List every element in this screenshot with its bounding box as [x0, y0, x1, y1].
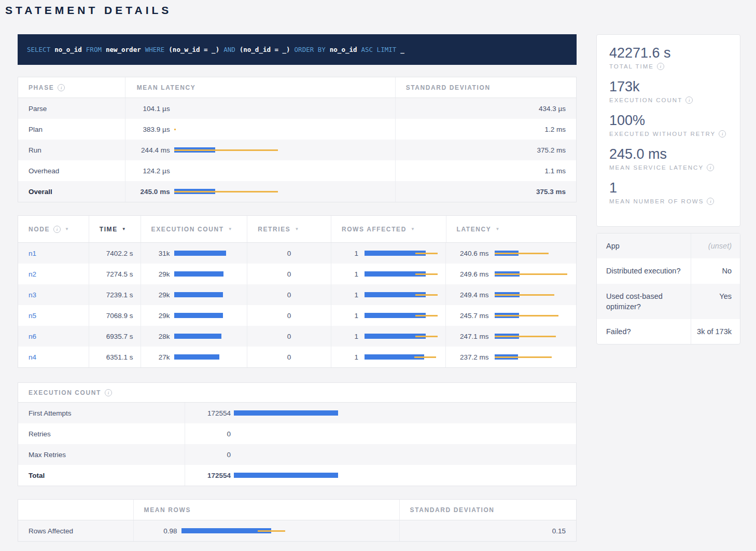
count-value: 0 — [188, 430, 231, 438]
std-dev-column-header: STANDARD DEVIATION — [406, 84, 491, 91]
latency-value: 249.4 ms — [449, 291, 488, 299]
latency-value: 247.1 ms — [449, 333, 488, 340]
latency-bar — [495, 292, 572, 298]
info-icon[interactable]: i — [657, 63, 664, 70]
count-value: 172554 — [188, 472, 231, 479]
latency-bar — [495, 312, 572, 319]
node-column-header[interactable]: NODEi▼ — [18, 216, 89, 242]
node-link[interactable]: n1 — [29, 250, 36, 257]
rows-affected-value: 1 — [334, 270, 358, 278]
sort-arrow-icon[interactable]: ▼ — [228, 227, 232, 231]
table-row: n4 6351.1 s 27k 0 1 237.2 ms — [18, 347, 576, 367]
detail-label: Distributed execution? — [597, 258, 691, 283]
execution-count-title: EXECUTION COUNT — [29, 389, 101, 396]
phase-column-header: PHASE — [29, 84, 54, 91]
table-row: Retries 0 — [18, 423, 576, 444]
detail-label: Failed? — [597, 319, 691, 344]
node-table-header: NODEi▼ TIME▼ EXECUTION COUNT▼ RETRIES▼ R… — [18, 216, 576, 243]
execution-count-value: 29k — [144, 291, 170, 299]
count-value: 172554 — [188, 409, 231, 417]
sql-identifier: no_o_id — [330, 46, 357, 53]
info-icon[interactable]: i — [719, 130, 726, 137]
sql-keyword: ORDER BY — [295, 46, 326, 53]
table-row: Max Retries 0 — [18, 444, 576, 465]
info-icon[interactable]: i — [105, 389, 112, 396]
node-link[interactable]: n6 — [29, 333, 36, 340]
count-bar — [234, 472, 566, 478]
table-row: Used cost-based optimizer? Yes — [597, 284, 740, 320]
count-bar — [234, 451, 566, 458]
mean-latency-value: 104.1 µs — [129, 105, 170, 113]
count-bar — [234, 431, 566, 437]
stat-label: MEAN SERVICE LATENCY — [609, 164, 704, 171]
phase-label: Plan — [29, 126, 43, 133]
node-link[interactable]: n5 — [29, 312, 36, 320]
rows-affected-column-header[interactable]: ROWS AFFECTED▼ — [331, 216, 446, 242]
time-column-header[interactable]: TIME▼ — [89, 216, 141, 242]
latency-bar — [495, 271, 572, 277]
rows-affected-table: MEAN ROWS STANDARD DEVIATION Rows Affect… — [18, 499, 577, 542]
rows-affected-bar — [365, 333, 445, 339]
node-link[interactable]: n2 — [29, 270, 36, 278]
time-value: 6935.7 s — [106, 333, 133, 340]
rows-affected-bar — [365, 312, 445, 319]
rows-affected-table-header: MEAN ROWS STANDARD DEVIATION — [18, 500, 576, 520]
sql-expression: _ — [400, 46, 404, 53]
row-label: Total — [29, 472, 45, 479]
rows-affected-value: 1 — [334, 333, 358, 340]
detail-value: (unset) — [691, 233, 740, 258]
info-icon[interactable]: i — [58, 84, 65, 91]
info-icon[interactable]: i — [685, 97, 693, 104]
sort-arrow-icon[interactable]: ▼ — [295, 227, 299, 231]
info-icon[interactable]: i — [707, 198, 714, 205]
std-dev-value: 434.3 µs — [539, 105, 566, 113]
rows-affected-bar — [365, 354, 445, 360]
table-row: First Attempts 172554 — [18, 403, 576, 423]
sql-keyword: FROM — [86, 46, 102, 53]
sort-arrow-icon[interactable]: ▼ — [65, 227, 69, 231]
retries-value: 0 — [287, 353, 291, 361]
statement-details-card: App (unset) Distributed execution? No Us… — [596, 233, 740, 345]
table-row: Parse 104.1 µs 434.3 µs — [18, 98, 576, 119]
sort-arrow-icon[interactable]: ▼ — [411, 227, 415, 231]
table-row: n6 6935.7 s 28k 0 1 247.1 ms — [18, 326, 576, 347]
node-link[interactable]: n4 — [29, 353, 36, 361]
execution-count-column-header[interactable]: EXECUTION COUNT▼ — [141, 216, 247, 242]
latency-column-header[interactable]: LATENCY▼ — [446, 216, 577, 242]
table-row: n3 7239.1 s 29k 0 1 249.4 ms — [18, 284, 576, 305]
table-row: Plan 383.9 µs 1.2 ms — [18, 119, 576, 140]
table-row: n5 7068.9 s 29k 0 1 245.7 ms — [18, 305, 576, 326]
latency-bar — [174, 126, 283, 132]
sort-arrow-icon[interactable]: ▼ — [495, 227, 499, 231]
rows-affected-value: 1 — [334, 312, 358, 320]
execution-count-bar — [174, 333, 247, 339]
node-link[interactable]: n3 — [29, 291, 36, 299]
std-dev-value: 0.15 — [552, 527, 566, 535]
std-dev-value: 375.3 ms — [536, 188, 566, 196]
detail-label: Used cost-based optimizer? — [597, 284, 691, 320]
sort-arrow-icon[interactable]: ▼ — [122, 227, 126, 231]
sql-keyword: WHERE — [145, 46, 165, 53]
stat-mean-number-of-rows: 1 MEAN NUMBER OF ROWSi — [609, 180, 740, 205]
sql-identifier: no_o_id — [54, 46, 82, 53]
phase-label: Parse — [29, 105, 47, 113]
sql-expression: (no_d_id = _) — [240, 46, 290, 53]
latency-bar — [495, 333, 572, 339]
detail-value: Yes — [691, 284, 740, 320]
stat-value: 1 — [609, 180, 740, 196]
execution-count-value: 28k — [144, 333, 170, 340]
stat-value: 42271.6 s — [609, 45, 740, 61]
mean-latency-value: 124.2 µs — [129, 167, 170, 175]
table-row: Distributed execution? No — [597, 258, 740, 283]
stat-value: 245.0 ms — [609, 146, 740, 162]
table-row: Total 172554 — [18, 465, 576, 486]
latency-bar — [495, 250, 572, 256]
retries-column-header[interactable]: RETRIES▼ — [247, 216, 331, 242]
info-icon[interactable]: i — [53, 226, 61, 233]
table-row: n2 7274.5 s 29k 0 1 249.6 ms — [18, 264, 576, 284]
time-value: 7274.5 s — [106, 270, 133, 278]
table-row: Overall 245.0 ms 375.3 ms — [18, 181, 576, 202]
latency-bar — [174, 168, 283, 174]
info-icon[interactable]: i — [707, 164, 714, 171]
latency-bar — [495, 354, 572, 360]
